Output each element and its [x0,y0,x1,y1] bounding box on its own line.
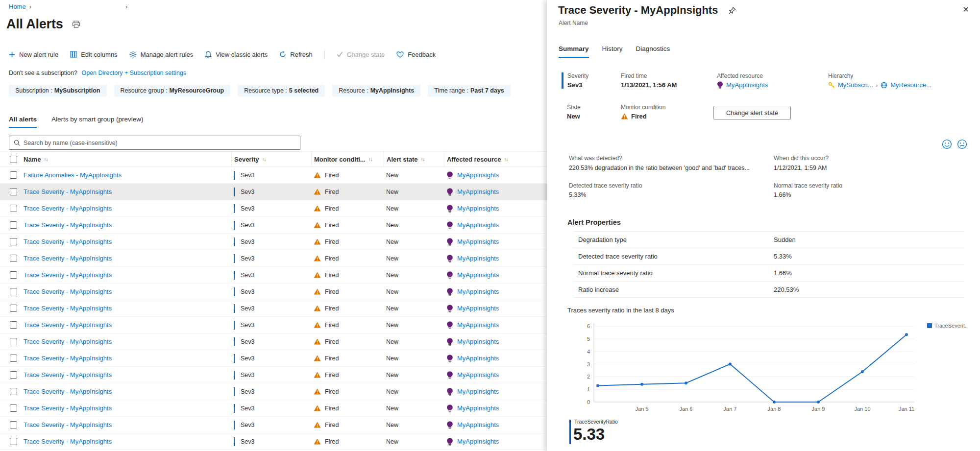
table-row[interactable]: Trace Severity - MyAppInsights Sev3 Fire… [0,400,547,417]
change-alert-state-button[interactable]: Change alert state [713,106,791,119]
affected-resource-link[interactable]: MyAppInsights [457,355,499,362]
row-checkbox[interactable] [10,305,17,312]
column-header-monitor-condition[interactable]: Monitor conditi...↑↓ [311,152,384,166]
feedback-button[interactable]: Feedback [396,51,436,58]
row-checkbox[interactable] [10,188,17,195]
affected-resource-link[interactable]: MyAppInsights [457,171,499,179]
alert-name-link[interactable]: Trace Severity - MyAppInsights [24,388,112,395]
column-header-affected-resource[interactable]: Affected resource↑↓ [444,152,547,166]
alert-name-link[interactable]: Trace Severity - MyAppInsights [24,188,112,195]
pin-icon[interactable] [729,7,736,14]
table-row[interactable]: Trace Severity - MyAppInsights Sev3 Fire… [0,300,547,317]
alert-name-link[interactable]: Trace Severity - MyAppInsights [24,205,112,212]
change-state-button[interactable]: Change state [337,51,385,58]
search-box[interactable] [9,136,300,150]
affected-resource-link[interactable]: MyAppInsights [457,321,499,329]
manage-alert-rules-button[interactable]: Manage alert rules [129,51,194,58]
row-checkbox[interactable] [10,388,17,395]
row-checkbox[interactable] [10,171,17,179]
print-icon[interactable] [72,21,80,28]
filter-pill-resource-group[interactable]: Resource group :MyResourceGroup [114,85,231,96]
affected-resource-link[interactable]: MyAppInsights [457,238,499,245]
smiley-sad-icon[interactable] [957,139,967,149]
table-row[interactable]: Trace Severity - MyAppInsights Sev3 Fire… [0,417,547,433]
affected-resource-link[interactable]: MyAppInsights [457,288,499,295]
tab-all-alerts[interactable]: All alerts [9,116,37,128]
affected-resource-link[interactable]: MyAppInsights [457,438,499,445]
table-row[interactable]: Trace Severity - MyAppInsights Sev3 Fire… [0,350,547,367]
row-checkbox[interactable] [10,355,17,362]
row-checkbox[interactable] [10,404,17,412]
row-checkbox[interactable] [10,438,17,445]
alert-name-link[interactable]: Trace Severity - MyAppInsights [24,438,112,445]
table-row[interactable]: Failure Anomalies - MyAppInsights Sev3 F… [0,167,547,184]
affected-resource-link[interactable]: MyAppInsights [457,404,499,412]
affected-resource-link[interactable]: MyAppInsights [457,388,499,395]
affected-resource-link[interactable]: MyAppInsights [457,305,499,312]
directory-settings-link[interactable]: Open Directory + Subscription settings [81,70,186,76]
search-input[interactable] [24,140,295,146]
alert-name-link[interactable]: Trace Severity - MyAppInsights [24,355,112,362]
row-checkbox[interactable] [10,271,17,279]
new-alert-rule-button[interactable]: New alert rule [9,51,58,58]
alert-name-link[interactable]: Trace Severity - MyAppInsights [24,238,112,245]
row-checkbox[interactable] [10,221,17,229]
row-checkbox[interactable] [10,338,17,345]
affected-resource-link[interactable]: MyAppInsights [457,255,499,262]
select-all-checkbox[interactable] [10,156,17,163]
affected-resource-link[interactable]: MyAppInsights [457,421,499,428]
table-row[interactable]: Trace Severity - MyAppInsights Sev3 Fire… [0,317,547,333]
hierarchy-resource-link[interactable]: MyResource... [890,81,931,89]
alert-name-link[interactable]: Trace Severity - MyAppInsights [24,288,112,295]
alert-name-link[interactable]: Trace Severity - MyAppInsights [24,221,112,229]
column-header-alert-state[interactable]: Alert state↑↓ [384,152,444,166]
table-row[interactable]: Trace Severity - MyAppInsights Sev3 Fire… [0,217,547,234]
affected-resource-link[interactable]: MyAppInsights [457,205,499,212]
alert-name-link[interactable]: Trace Severity - MyAppInsights [24,305,112,312]
table-row[interactable]: Trace Severity - MyAppInsights Sev3 Fire… [0,383,547,400]
affected-resource-link[interactable]: MyAppInsights [726,81,768,89]
table-row[interactable]: Trace Severity - MyAppInsights Sev3 Fire… [0,250,547,267]
breadcrumb-home-link[interactable]: Home [9,3,26,10]
refresh-button[interactable]: Refresh [279,51,313,58]
close-icon[interactable]: ✕ [963,5,969,14]
affected-resource-link[interactable]: MyAppInsights [457,338,499,345]
alert-name-link[interactable]: Failure Anomalies - MyAppInsights [24,171,122,179]
affected-resource-link[interactable]: MyAppInsights [457,188,499,195]
column-header-severity[interactable]: Severity↑↓ [231,152,311,166]
row-checkbox[interactable] [10,371,17,379]
alert-name-link[interactable]: Trace Severity - MyAppInsights [24,271,112,279]
affected-resource-link[interactable]: MyAppInsights [457,371,499,379]
row-checkbox[interactable] [10,255,17,262]
alert-name-link[interactable]: Trace Severity - MyAppInsights [24,338,112,345]
tab-summary[interactable]: Summary [559,45,589,58]
filter-pill-subscription[interactable]: Subscription :MySubscription [9,85,107,96]
row-checkbox[interactable] [10,288,17,295]
filter-pill-resource[interactable]: Resource :MyAppInsights [332,85,420,96]
tab-alerts-by-smart-group[interactable]: Alerts by smart group (preview) [51,116,144,128]
affected-resource-link[interactable]: MyAppInsights [457,221,499,229]
table-row[interactable]: Trace Severity - MyAppInsights Sev3 Fire… [0,284,547,300]
filter-pill-resource-type[interactable]: Resource type :5 selected [238,85,325,96]
table-row[interactable]: Trace Severity - MyAppInsights Sev3 Fire… [0,433,547,450]
table-row[interactable]: Trace Severity - MyAppInsights Sev3 Fire… [0,333,547,350]
filter-pill-time-range[interactable]: Time range :Past 7 days [428,85,511,96]
table-row[interactable]: Trace Severity - MyAppInsights Sev3 Fire… [0,234,547,250]
row-checkbox[interactable] [10,205,17,212]
row-checkbox[interactable] [10,238,17,245]
alert-name-link[interactable]: Trace Severity - MyAppInsights [24,321,112,329]
hierarchy-subscription-link[interactable]: MySubscri... [838,81,873,89]
row-checkbox[interactable] [10,421,17,428]
view-classic-alerts-button[interactable]: View classic alerts [205,51,268,58]
edit-columns-button[interactable]: Edit columns [70,51,117,58]
alert-name-link[interactable]: Trace Severity - MyAppInsights [24,371,112,379]
table-row[interactable]: Trace Severity - MyAppInsights Sev3 Fire… [0,200,547,217]
table-row[interactable]: Trace Severity - MyAppInsights Sev3 Fire… [0,367,547,383]
affected-resource-link[interactable]: MyAppInsights [457,271,499,279]
row-checkbox[interactable] [10,321,17,329]
table-row[interactable]: Trace Severity - MyAppInsights Sev3 Fire… [0,267,547,284]
alert-name-link[interactable]: Trace Severity - MyAppInsights [24,255,112,262]
alert-name-link[interactable]: Trace Severity - MyAppInsights [24,404,112,412]
tab-diagnostics[interactable]: Diagnostics [636,45,670,58]
smiley-happy-icon[interactable] [942,139,952,149]
